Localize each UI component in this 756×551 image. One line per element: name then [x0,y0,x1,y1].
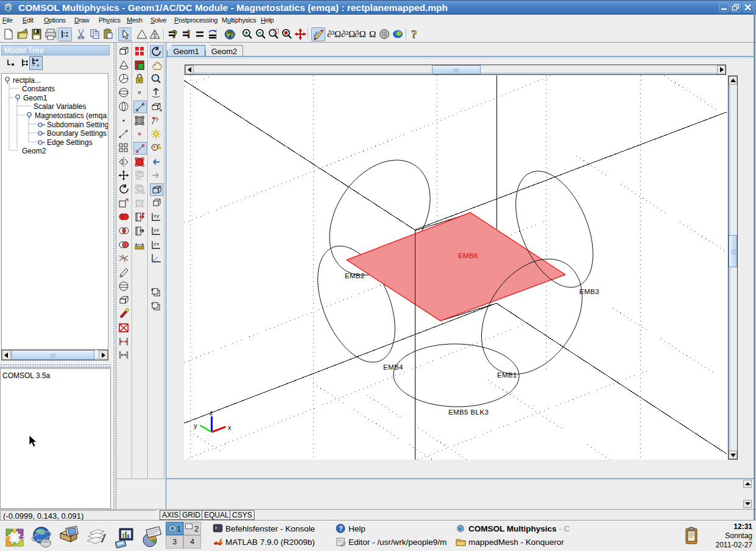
svg-text:Ω: Ω [369,29,376,39]
svg-text:yz: yz [154,227,160,233]
svg-text:xy: xy [154,213,160,219]
svg-text:x: x [228,424,231,431]
svg-text:EMB4: EMB4 [383,363,403,371]
svg-text:ALL: ALL [135,177,142,180]
svg-text:?: ? [411,28,417,41]
svg-text:∂³Ω: ∂³Ω [327,29,341,39]
svg-text:EMB5 BLK3: EMB5 BLK3 [448,409,489,416]
svg-text:!: ! [187,29,190,40]
svg-text:z: z [210,409,213,416]
svg-text:?: ? [228,30,233,39]
svg-text:EMB3: EMB3 [579,288,599,295]
svg-text:?: ? [171,29,177,40]
svg-text:?: ? [155,117,158,123]
svg-text:NONE: NONE [135,191,145,194]
svg-text:EMB2: EMB2 [345,272,365,279]
svg-text:EMB6: EMB6 [458,252,478,259]
svg-text:∂²Ω: ∂²Ω [341,29,355,39]
svg-text:zx: zx [154,241,160,247]
svg-text:y: y [194,422,197,429]
svg-text:EMB1: EMB1 [497,371,517,379]
svg-text:?: ? [339,525,343,532]
svg-text:∂Ω: ∂Ω [355,29,366,39]
